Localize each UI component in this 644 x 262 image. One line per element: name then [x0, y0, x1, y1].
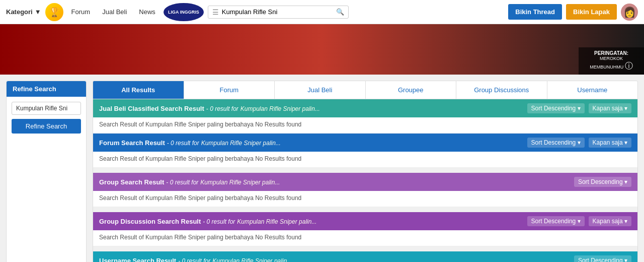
- kategori-label: Kategori: [6, 8, 33, 16]
- result-query-group: Kumpulan Rifle Sniper palin...: [200, 179, 280, 186]
- result-header-group-discussion: Group Discussion Search Result - 0 resul…: [93, 212, 637, 230]
- tab-username[interactable]: Username: [547, 81, 638, 99]
- result-controls-jual-beli: Sort Descending ▾ Kapan saja ▾: [527, 103, 631, 113]
- result-controls-username: Sort Descending ▾: [574, 255, 631, 262]
- bikin-lapak-button[interactable]: Bikin Lapak: [566, 4, 617, 20]
- result-header-left-group-discussion: Group Discussion Search Result - 0 resul…: [99, 218, 316, 225]
- result-body-forum: Search Result of Kumpulan Rifle Sniper p…: [93, 152, 637, 168]
- sidebar-body: Refine Search: [7, 97, 86, 139]
- result-meta-group-discussion: - 0 result for: [203, 218, 235, 225]
- result-header-left-group: Group Search Result - 0 result for Kumpu…: [99, 178, 280, 186]
- tab-jual-beli[interactable]: Jual Beli: [275, 81, 366, 99]
- result-meta-group: - 0 result for: [166, 179, 198, 186]
- search-box: ☰ 🔍: [208, 6, 349, 19]
- kapan-saja-group-discussion[interactable]: Kapan saja ▾: [589, 216, 631, 226]
- result-body-text-jual-beli: Search Result of Kumpulan Rifle Sniper p…: [99, 121, 301, 128]
- result-title-username: Username Search Result: [99, 257, 176, 263]
- sort-descending-group-discussion[interactable]: Sort Descending ▾: [527, 216, 585, 226]
- nav-news[interactable]: News: [135, 8, 159, 16]
- result-meta-username: - 0 result for: [178, 257, 210, 263]
- nav-jual-beli[interactable]: Jual Beli: [98, 8, 131, 16]
- spacer-1: [93, 168, 637, 173]
- result-title-jual-beli: Jual Beli Classified Search Result: [99, 105, 204, 112]
- result-sections: Jual Beli Classified Search Result - 0 r…: [93, 99, 638, 262]
- bikin-thread-button[interactable]: Bikin Thread: [508, 4, 562, 20]
- liga-inggris-logo: LIGA INGGRIS: [164, 3, 204, 21]
- tab-all-results[interactable]: All Results: [93, 81, 184, 99]
- search-icon[interactable]: 🔍: [336, 8, 344, 16]
- result-header-left-username: Username Search Result - 0 result for Ku…: [99, 257, 292, 263]
- result-header-forum: Forum Search Result - 0 result for Kumpu…: [93, 134, 637, 152]
- banner: PERINGATAN: MEROKOK MEMBUNUHMU ⓘ: [0, 24, 644, 75]
- result-query-jual-beli: Kumpulan Rifle Sniper palin...: [240, 105, 320, 112]
- result-query-forum: Kumpulan Rifle Sniper palin...: [201, 140, 281, 147]
- result-title-group: Group Search Result: [99, 178, 164, 186]
- sort-descending-jual-beli[interactable]: Sort Descending ▾: [527, 103, 585, 113]
- refine-search-input[interactable]: [12, 102, 81, 115]
- result-jual-beli: Jual Beli Classified Search Result - 0 r…: [93, 99, 637, 134]
- sidebar: Refine Search Refine Search: [6, 81, 87, 262]
- kapan-saja-jual-beli[interactable]: Kapan saja ▾: [589, 103, 631, 113]
- result-meta-jual-beli: - 0 result for: [206, 105, 238, 112]
- main-layout: Refine Search Refine Search All Results …: [0, 75, 644, 262]
- refine-search-button[interactable]: Refine Search: [12, 119, 81, 134]
- result-header-left-jual-beli: Jual Beli Classified Search Result - 0 r…: [99, 105, 320, 112]
- content: All Results Forum Jual Beli Groupee Grou…: [93, 81, 638, 262]
- tab-group-discussions[interactable]: Group Discussions: [456, 81, 547, 99]
- result-forum: Forum Search Result - 0 result for Kumpu…: [93, 134, 637, 168]
- warning-line1: PERINGATAN:: [583, 50, 640, 56]
- result-header-group: Group Search Result - 0 result for Kumpu…: [93, 173, 637, 191]
- sort-descending-group[interactable]: Sort Descending ▾: [574, 177, 631, 187]
- result-body-jual-beli: Search Result of Kumpulan Rifle Sniper p…: [93, 117, 637, 134]
- sidebar-header: Refine Search: [7, 81, 86, 97]
- spacer-2: [93, 207, 637, 212]
- result-header-left-forum: Forum Search Result - 0 result for Kumpu…: [99, 139, 281, 147]
- result-query-group-discussion: Kumpulan Rifle Sniper palin...: [237, 218, 316, 225]
- nav-forum[interactable]: Forum: [67, 8, 95, 16]
- tabs: All Results Forum Jual Beli Groupee Grou…: [93, 81, 638, 99]
- result-group: Group Search Result - 0 result for Kumpu…: [93, 173, 637, 207]
- result-title-forum: Forum Search Result: [99, 139, 165, 147]
- sort-descending-forum[interactable]: Sort Descending ▾: [527, 138, 585, 148]
- result-controls-group: Sort Descending ▾: [574, 177, 631, 187]
- hamburger-icon: ☰: [212, 8, 219, 16]
- result-query-username: Kumpulan Rifle Sniper palin...: [212, 257, 292, 263]
- result-controls-group-discussion: Sort Descending ▾ Kapan saja ▾: [527, 216, 631, 226]
- result-body-group: Search Result of Kumpulan Rifle Sniper p…: [93, 191, 637, 207]
- kapan-saja-forum[interactable]: Kapan saja ▾: [589, 138, 631, 148]
- avatar[interactable]: 👩: [621, 4, 638, 21]
- warning-line2: MEROKOK MEMBUNUHMU: [590, 56, 623, 70]
- result-title-group-discussion: Group Discussion Search Result: [99, 218, 201, 225]
- result-body-group-discussion: Search Result of Kumpulan Rifle Sniper p…: [93, 230, 637, 246]
- banner-warning: PERINGATAN: MEROKOK MEMBUNUHMU ⓘ: [579, 47, 644, 75]
- result-meta-forum: - 0 result for: [167, 140, 199, 147]
- result-body-text-forum: Search Result of Kumpulan Rifle Sniper p…: [99, 155, 301, 162]
- tab-groupee[interactable]: Groupee: [366, 81, 457, 99]
- site-logo: 🏆: [45, 3, 63, 21]
- result-body-text-group: Search Result of Kumpulan Rifle Sniper p…: [99, 194, 301, 202]
- result-username: Username Search Result - 0 result for Ku…: [93, 251, 637, 262]
- result-group-discussion: Group Discussion Search Result - 0 resul…: [93, 212, 637, 246]
- search-input[interactable]: [222, 8, 334, 16]
- result-header-username: Username Search Result - 0 result for Ku…: [93, 251, 637, 262]
- result-body-text-group-discussion: Search Result of Kumpulan Rifle Sniper p…: [99, 234, 301, 241]
- tab-forum[interactable]: Forum: [184, 81, 275, 99]
- spacer-3: [93, 246, 637, 251]
- sort-descending-username[interactable]: Sort Descending ▾: [574, 255, 631, 262]
- chevron-down-icon: ▼: [35, 8, 41, 16]
- kategori-dropdown[interactable]: Kategori ▼: [6, 8, 41, 16]
- navbar: Kategori ▼ 🏆 Forum Jual Beli News LIGA I…: [0, 0, 644, 24]
- result-header-jual-beli: Jual Beli Classified Search Result - 0 r…: [93, 99, 637, 117]
- result-controls-forum: Sort Descending ▾ Kapan saja ▾: [527, 138, 631, 148]
